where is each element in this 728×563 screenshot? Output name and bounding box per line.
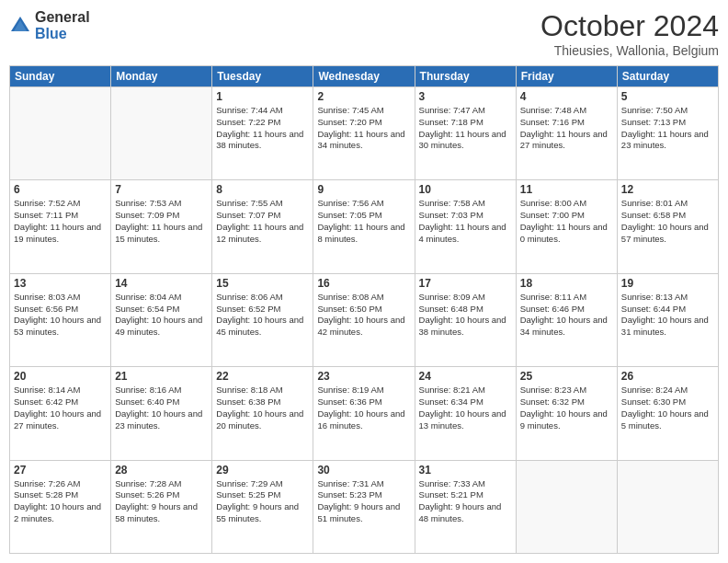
weekday-header-tuesday: Tuesday <box>212 66 313 87</box>
calendar-cell: 22Sunrise: 8:18 AM Sunset: 6:38 PM Dayli… <box>212 367 313 460</box>
calendar-cell: 6Sunrise: 7:52 AM Sunset: 7:11 PM Daylig… <box>10 180 111 273</box>
day-info: Sunrise: 7:47 AM Sunset: 7:18 PM Dayligh… <box>419 105 512 152</box>
day-number: 28 <box>115 464 208 477</box>
day-info: Sunrise: 8:06 AM Sunset: 6:52 PM Dayligh… <box>216 292 309 339</box>
day-info: Sunrise: 8:24 AM Sunset: 6:30 PM Dayligh… <box>621 385 714 431</box>
day-info: Sunrise: 7:44 AM Sunset: 7:22 PM Dayligh… <box>216 105 309 152</box>
calendar-cell: 29Sunrise: 7:29 AM Sunset: 5:25 PM Dayli… <box>212 460 313 553</box>
day-info: Sunrise: 7:31 AM Sunset: 5:23 PM Dayligh… <box>317 478 410 525</box>
calendar-cell: 25Sunrise: 8:23 AM Sunset: 6:32 PM Dayli… <box>516 367 617 460</box>
calendar-week-3: 13Sunrise: 8:03 AM Sunset: 6:56 PM Dayli… <box>10 273 719 366</box>
day-number: 24 <box>419 370 512 383</box>
day-info: Sunrise: 8:21 AM Sunset: 6:34 PM Dayligh… <box>419 385 512 431</box>
day-info: Sunrise: 8:23 AM Sunset: 6:32 PM Dayligh… <box>520 385 613 431</box>
calendar-cell: 18Sunrise: 8:11 AM Sunset: 6:46 PM Dayli… <box>516 273 617 366</box>
day-info: Sunrise: 7:52 AM Sunset: 7:11 PM Dayligh… <box>14 198 107 245</box>
logo-blue: Blue <box>35 26 90 42</box>
day-info: Sunrise: 8:00 AM Sunset: 7:00 PM Dayligh… <box>520 198 613 245</box>
calendar-cell: 11Sunrise: 8:00 AM Sunset: 7:00 PM Dayli… <box>516 180 617 273</box>
header: General Blue October 2024 Thieusies, Wal… <box>9 9 719 58</box>
day-info: Sunrise: 7:29 AM Sunset: 5:25 PM Dayligh… <box>216 478 309 525</box>
day-number: 8 <box>216 183 309 196</box>
day-number: 7 <box>115 183 208 196</box>
day-number: 13 <box>14 277 107 290</box>
calendar-cell: 1Sunrise: 7:44 AM Sunset: 7:22 PM Daylig… <box>212 87 313 180</box>
day-number: 29 <box>216 464 309 477</box>
weekday-header-wednesday: Wednesday <box>313 66 415 87</box>
calendar-cell: 14Sunrise: 8:04 AM Sunset: 6:54 PM Dayli… <box>111 273 212 366</box>
calendar-week-2: 6Sunrise: 7:52 AM Sunset: 7:11 PM Daylig… <box>10 180 719 273</box>
day-number: 27 <box>14 464 107 477</box>
logo-general: General <box>35 9 90 26</box>
calendar-cell: 8Sunrise: 7:55 AM Sunset: 7:07 PM Daylig… <box>212 180 313 273</box>
day-number: 17 <box>419 277 512 290</box>
calendar-week-5: 27Sunrise: 7:26 AM Sunset: 5:28 PM Dayli… <box>10 460 719 553</box>
calendar-week-4: 20Sunrise: 8:14 AM Sunset: 6:42 PM Dayli… <box>10 367 719 460</box>
day-number: 25 <box>520 370 613 383</box>
calendar-cell: 5Sunrise: 7:50 AM Sunset: 7:13 PM Daylig… <box>617 87 718 180</box>
calendar-cell <box>111 87 212 180</box>
day-info: Sunrise: 7:58 AM Sunset: 7:03 PM Dayligh… <box>419 198 512 245</box>
calendar-cell: 23Sunrise: 8:19 AM Sunset: 6:36 PM Dayli… <box>313 367 415 460</box>
page: General Blue October 2024 Thieusies, Wal… <box>0 0 728 563</box>
day-number: 23 <box>317 370 410 383</box>
day-number: 5 <box>621 90 714 103</box>
day-info: Sunrise: 7:53 AM Sunset: 7:09 PM Dayligh… <box>115 198 208 245</box>
calendar-cell: 10Sunrise: 7:58 AM Sunset: 7:03 PM Dayli… <box>415 180 516 273</box>
calendar-cell: 16Sunrise: 8:08 AM Sunset: 6:50 PM Dayli… <box>313 273 415 366</box>
day-info: Sunrise: 8:03 AM Sunset: 6:56 PM Dayligh… <box>14 292 107 339</box>
day-number: 10 <box>419 183 512 196</box>
calendar-cell: 4Sunrise: 7:48 AM Sunset: 7:16 PM Daylig… <box>516 87 617 180</box>
day-number: 4 <box>520 90 613 103</box>
day-number: 19 <box>621 277 714 290</box>
day-info: Sunrise: 8:18 AM Sunset: 6:38 PM Dayligh… <box>216 385 309 431</box>
day-info: Sunrise: 7:45 AM Sunset: 7:20 PM Dayligh… <box>317 105 410 152</box>
day-info: Sunrise: 8:09 AM Sunset: 6:48 PM Dayligh… <box>419 292 512 339</box>
day-info: Sunrise: 8:04 AM Sunset: 6:54 PM Dayligh… <box>115 292 208 339</box>
title-block: October 2024 Thieusies, Wallonia, Belgiu… <box>540 9 719 58</box>
calendar-cell <box>516 460 617 553</box>
calendar-cell: 26Sunrise: 8:24 AM Sunset: 6:30 PM Dayli… <box>617 367 718 460</box>
day-number: 16 <box>317 277 410 290</box>
weekday-header-sunday: Sunday <box>10 66 111 87</box>
calendar-cell: 28Sunrise: 7:28 AM Sunset: 5:26 PM Dayli… <box>111 460 212 553</box>
day-info: Sunrise: 8:01 AM Sunset: 6:58 PM Dayligh… <box>621 198 714 245</box>
day-info: Sunrise: 8:11 AM Sunset: 6:46 PM Dayligh… <box>520 292 613 339</box>
day-number: 30 <box>317 464 410 477</box>
day-number: 31 <box>419 464 512 477</box>
location: Thieusies, Wallonia, Belgium <box>540 43 719 58</box>
calendar-cell: 24Sunrise: 8:21 AM Sunset: 6:34 PM Dayli… <box>415 367 516 460</box>
calendar-cell: 2Sunrise: 7:45 AM Sunset: 7:20 PM Daylig… <box>313 87 415 180</box>
day-info: Sunrise: 8:13 AM Sunset: 6:44 PM Dayligh… <box>621 292 714 339</box>
day-number: 3 <box>419 90 512 103</box>
weekday-header-thursday: Thursday <box>415 66 516 87</box>
calendar-cell: 27Sunrise: 7:26 AM Sunset: 5:28 PM Dayli… <box>10 460 111 553</box>
day-number: 2 <box>317 90 410 103</box>
weekday-header-friday: Friday <box>516 66 617 87</box>
day-info: Sunrise: 8:08 AM Sunset: 6:50 PM Dayligh… <box>317 292 410 339</box>
day-info: Sunrise: 7:48 AM Sunset: 7:16 PM Dayligh… <box>520 105 613 152</box>
day-info: Sunrise: 7:28 AM Sunset: 5:26 PM Dayligh… <box>115 478 208 525</box>
calendar-week-1: 1Sunrise: 7:44 AM Sunset: 7:22 PM Daylig… <box>10 87 719 180</box>
calendar-header-row: SundayMondayTuesdayWednesdayThursdayFrid… <box>10 66 719 87</box>
calendar-cell: 9Sunrise: 7:56 AM Sunset: 7:05 PM Daylig… <box>313 180 415 273</box>
calendar-cell: 15Sunrise: 8:06 AM Sunset: 6:52 PM Dayli… <box>212 273 313 366</box>
logo-icon <box>9 15 31 37</box>
day-number: 6 <box>14 183 107 196</box>
calendar-cell: 30Sunrise: 7:31 AM Sunset: 5:23 PM Dayli… <box>313 460 415 553</box>
day-number: 20 <box>14 370 107 383</box>
day-info: Sunrise: 7:26 AM Sunset: 5:28 PM Dayligh… <box>14 478 107 525</box>
weekday-header-saturday: Saturday <box>617 66 718 87</box>
calendar-cell: 12Sunrise: 8:01 AM Sunset: 6:58 PM Dayli… <box>617 180 718 273</box>
calendar-cell <box>617 460 718 553</box>
calendar-cell: 3Sunrise: 7:47 AM Sunset: 7:18 PM Daylig… <box>415 87 516 180</box>
day-number: 1 <box>216 90 309 103</box>
day-number: 21 <box>115 370 208 383</box>
calendar-cell: 20Sunrise: 8:14 AM Sunset: 6:42 PM Dayli… <box>10 367 111 460</box>
calendar-cell <box>10 87 111 180</box>
calendar-cell: 13Sunrise: 8:03 AM Sunset: 6:56 PM Dayli… <box>10 273 111 366</box>
calendar-cell: 31Sunrise: 7:33 AM Sunset: 5:21 PM Dayli… <box>415 460 516 553</box>
day-info: Sunrise: 8:19 AM Sunset: 6:36 PM Dayligh… <box>317 385 410 431</box>
calendar-table: SundayMondayTuesdayWednesdayThursdayFrid… <box>9 65 719 554</box>
day-number: 12 <box>621 183 714 196</box>
